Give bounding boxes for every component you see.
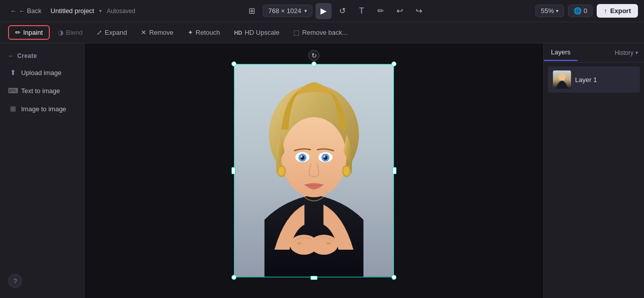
remove-button[interactable]: ✕ Remove [135, 26, 179, 39]
blend-icon: ◑ [58, 29, 63, 36]
layers-tab[interactable]: Layers [544, 44, 578, 61]
handle-top-right[interactable] [391, 61, 396, 66]
create-label: Create [17, 52, 37, 59]
handle-bottom-mid[interactable] [310, 276, 317, 280]
back-arrow-icon: ← [10, 7, 17, 15]
handle-mid-left[interactable] [231, 167, 235, 174]
export-label: Export [610, 7, 631, 15]
zoom-value: 55% [541, 7, 554, 15]
text-tool-button[interactable]: T [354, 3, 370, 19]
layer-item[interactable]: Layer 1 [548, 66, 640, 93]
rotate-handle[interactable]: ↻ [308, 50, 319, 61]
svg-rect-19 [327, 243, 331, 244]
export-button[interactable]: ↑ Export [597, 4, 638, 18]
left-sidebar: ← Create ⬆ Upload image ⌨ Text to image … [0, 43, 85, 298]
remove-back-label: Remove back... [302, 29, 347, 36]
header-center: ⊞ 768 × 1024 ▾ ▶ ↺ T ✏ ↩ ↪ [139, 3, 531, 19]
upload-image-label: Upload image [21, 69, 61, 77]
zoom-chevron-icon: ▾ [556, 8, 558, 14]
pen-tool-button[interactable]: ✏ [373, 3, 389, 19]
undo-tool-button[interactable]: ↺ [335, 3, 351, 19]
history-tab[interactable]: History ▾ [609, 45, 644, 60]
export-arrow-icon: ↑ [604, 7, 607, 15]
back-label: ← Back [19, 7, 42, 15]
handle-top-mid[interactable] [311, 61, 316, 66]
canvas-size-button[interactable]: 768 × 1024 ▾ [263, 5, 312, 17]
svg-point-13 [278, 167, 284, 176]
remove-icon: ✕ [141, 29, 146, 36]
blend-label: Blend [66, 29, 83, 36]
handle-mid-right[interactable] [392, 167, 396, 174]
project-name[interactable]: Untitled project [51, 7, 95, 15]
inpaint-label: Inpaint [23, 29, 43, 36]
inpaint-icon: ✏ [15, 29, 21, 36]
expand-button[interactable]: ⤢ Expand [91, 26, 133, 39]
expand-label: Expand [105, 29, 127, 36]
image-to-image-label: Image to image [21, 105, 66, 113]
main-area: ← Create ⬆ Upload image ⌨ Text to image … [0, 43, 644, 298]
secondary-toolbar: ✏ Inpaint ◑ Blend ⤢ Expand ✕ Remove ✦ Re… [0, 22, 644, 43]
layers-tab-label: Layers [551, 48, 571, 56]
retouch-icon: ✦ [188, 29, 193, 36]
upload-image-icon: ⬆ [9, 68, 17, 77]
header-right: 55% ▾ 🌐 0 ↑ Export [535, 4, 638, 18]
canvas-image [234, 64, 394, 277]
handle-bottom-right[interactable] [391, 275, 396, 280]
retouch-button[interactable]: ✦ Retouch [182, 26, 226, 39]
sidebar-item-text-to-image[interactable]: ⌨ Text to image [4, 83, 80, 99]
back-button[interactable]: ← ← Back [6, 5, 46, 17]
autosaved-status: Autosaved [107, 8, 135, 15]
sidebar-item-image-to-image[interactable]: ⊞ Image to image [4, 101, 80, 117]
notification-button[interactable]: 🌐 0 [568, 5, 593, 17]
text-to-image-label: Text to image [21, 87, 60, 95]
image-to-image-icon: ⊞ [9, 105, 17, 113]
undo-button[interactable]: ↩ [392, 3, 408, 19]
remove-back-icon: ⬚ [293, 29, 299, 36]
expand-icon: ⤢ [97, 29, 102, 36]
blend-button[interactable]: ◑ Blend [52, 26, 89, 39]
hd-icon: HD [234, 30, 242, 36]
handle-top-left[interactable] [231, 61, 236, 66]
sidebar-bottom: ? [4, 270, 80, 292]
remove-label: Remove [149, 29, 173, 36]
right-panel: Layers History ▾ [543, 43, 644, 298]
redo-button[interactable]: ↪ [411, 3, 427, 19]
canvas-image-wrapper[interactable]: ↻ [234, 64, 394, 277]
inpaint-button[interactable]: ✏ Inpaint [8, 25, 50, 40]
svg-point-10 [300, 156, 302, 158]
layer-name: Layer 1 [575, 76, 597, 84]
svg-rect-18 [297, 243, 301, 244]
help-button[interactable]: ? [8, 274, 22, 288]
text-to-image-icon: ⌨ [9, 87, 17, 95]
create-section-label: ← Create [4, 49, 80, 62]
history-chevron-icon: ▾ [635, 50, 638, 55]
sidebar-item-upload-image[interactable]: ⬆ Upload image [4, 64, 80, 81]
remove-background-button[interactable]: ⬚ Remove back... [287, 26, 353, 39]
hd-upscale-label: HD Upscale [245, 29, 279, 36]
history-label: History [615, 49, 633, 56]
svg-point-11 [324, 156, 326, 158]
svg-point-22 [558, 73, 566, 81]
canvas-size-value: 768 × 1024 [268, 7, 301, 15]
layer-thumb-svg [553, 70, 571, 89]
zoom-button[interactable]: 55% ▾ [535, 5, 564, 17]
canvas-area[interactable]: ↻ [85, 43, 543, 298]
select-tool-button[interactable]: ▶ [315, 3, 332, 19]
create-arrow-icon: ← [8, 52, 14, 59]
notification-count: 0 [584, 7, 587, 15]
project-name-chevron-icon[interactable]: ▾ [99, 8, 102, 14]
layer-thumbnail [553, 70, 571, 89]
resize-icon[interactable]: ⊞ [244, 3, 260, 19]
retouch-label: Retouch [196, 29, 220, 36]
header-left: ← ← Back Untitled project ▾ Autosaved [6, 5, 135, 17]
canvas-size-chevron-icon: ▾ [304, 8, 307, 14]
handle-bottom-left[interactable] [231, 275, 236, 280]
svg-point-15 [344, 167, 350, 176]
portrait-svg [234, 64, 393, 277]
right-panel-header: Layers History ▾ [544, 43, 644, 62]
main-header: ← ← Back Untitled project ▾ Autosaved ⊞ … [0, 0, 644, 22]
notification-globe-icon: 🌐 [574, 7, 582, 15]
hd-upscale-button[interactable]: HD HD Upscale [228, 26, 285, 39]
